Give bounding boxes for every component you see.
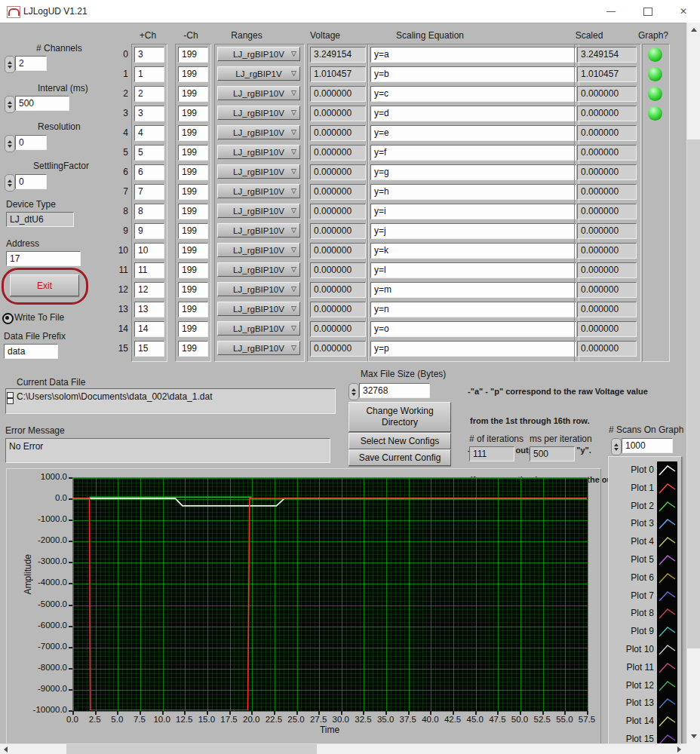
neg-ch-input[interactable]: 199 bbox=[178, 223, 208, 239]
max-file-size-stepper[interactable] bbox=[348, 383, 359, 400]
scroll-up-icon[interactable] bbox=[691, 28, 697, 32]
graph-led[interactable] bbox=[648, 244, 662, 258]
neg-ch-input[interactable]: 199 bbox=[178, 125, 208, 141]
max-file-size-input[interactable]: 32768 bbox=[359, 383, 430, 398]
interval-stepper[interactable] bbox=[5, 96, 15, 113]
maximize-button[interactable] bbox=[631, 0, 665, 23]
legend-swatch[interactable] bbox=[657, 623, 677, 641]
range-dropdown[interactable]: LJ_rgBIP10V▽ bbox=[217, 341, 300, 355]
legend-swatch[interactable] bbox=[657, 515, 677, 533]
graph-led[interactable] bbox=[648, 165, 662, 179]
neg-ch-input[interactable]: 199 bbox=[178, 66, 208, 82]
graph-led[interactable] bbox=[648, 185, 662, 199]
legend-label[interactable]: Plot 9 bbox=[610, 626, 654, 636]
plot-legend[interactable]: Plot 0Plot 1Plot 2Plot 3Plot 4Plot 5Plot… bbox=[608, 456, 682, 750]
range-dropdown[interactable]: LJ_rgBIP10V▽ bbox=[217, 262, 300, 277]
legend-swatch[interactable] bbox=[657, 480, 677, 498]
legend-label[interactable]: Plot 13 bbox=[610, 697, 654, 708]
range-dropdown[interactable]: LJ_rgBIP10V▽ bbox=[217, 223, 300, 238]
scaling-equation-input[interactable]: y=l bbox=[370, 262, 576, 278]
legend-swatch[interactable] bbox=[657, 533, 677, 551]
pos-ch-input[interactable]: 9 bbox=[134, 223, 164, 239]
range-dropdown[interactable]: LJ_rgBIP10V▽ bbox=[217, 106, 300, 120]
legend-label[interactable]: Plot 12 bbox=[610, 680, 654, 691]
range-dropdown[interactable]: LJ_rgBIP10V▽ bbox=[217, 184, 300, 198]
range-dropdown[interactable]: LJ_rgBIP10V▽ bbox=[217, 282, 300, 296]
neg-ch-input[interactable]: 199 bbox=[178, 184, 208, 200]
pos-ch-input[interactable]: 13 bbox=[134, 302, 164, 317]
range-dropdown[interactable]: LJ_rgBIP10V▽ bbox=[217, 302, 300, 316]
range-dropdown[interactable]: LJ_rgBIP10V▽ bbox=[217, 145, 300, 159]
pos-ch-input[interactable]: 3 bbox=[134, 47, 164, 63]
scans-on-graph-input[interactable]: 1000 bbox=[622, 438, 673, 453]
scaling-equation-input[interactable]: y=n bbox=[370, 302, 576, 317]
change-working-directory-button[interactable]: Change Working Directory bbox=[348, 402, 451, 432]
legend-label[interactable]: Plot 14 bbox=[610, 716, 654, 726]
scaling-equation-input[interactable]: y=p bbox=[370, 341, 576, 357]
graph-led[interactable] bbox=[648, 126, 662, 140]
range-dropdown[interactable]: LJ_rgBIP10V▽ bbox=[217, 164, 300, 179]
legend-swatch[interactable] bbox=[657, 461, 677, 480]
legend-swatch[interactable] bbox=[657, 605, 677, 623]
pos-ch-input[interactable]: 5 bbox=[134, 145, 164, 161]
resolution-stepper[interactable] bbox=[5, 135, 15, 152]
legend-label[interactable]: Plot 1 bbox=[610, 483, 654, 493]
legend-label[interactable]: Plot 8 bbox=[610, 608, 654, 618]
minimize-button[interactable]: — bbox=[594, 0, 628, 23]
legend-label[interactable]: Plot 3 bbox=[610, 518, 654, 529]
neg-ch-input[interactable]: 199 bbox=[178, 262, 208, 278]
neg-ch-input[interactable]: 199 bbox=[178, 204, 208, 219]
pos-ch-input[interactable]: 3 bbox=[134, 106, 164, 121]
neg-ch-input[interactable]: 199 bbox=[178, 164, 208, 180]
scaling-equation-input[interactable]: y=m bbox=[370, 282, 576, 298]
scaling-equation-input[interactable]: y=i bbox=[370, 204, 576, 219]
range-dropdown[interactable]: LJ_rgBIP10V▽ bbox=[217, 125, 300, 139]
legend-swatch[interactable] bbox=[657, 551, 677, 569]
range-dropdown[interactable]: LJ_rgBIP10V▽ bbox=[217, 204, 300, 218]
scaling-equation-input[interactable]: y=a bbox=[370, 47, 576, 63]
range-dropdown[interactable]: LJ_rgBIP10V▽ bbox=[217, 86, 300, 100]
graph-led[interactable] bbox=[648, 224, 662, 238]
scroll-down-icon[interactable] bbox=[691, 734, 697, 738]
scaling-equation-input[interactable]: y=h bbox=[370, 184, 576, 200]
legend-swatch[interactable] bbox=[657, 677, 677, 695]
legend-swatch[interactable] bbox=[657, 498, 677, 516]
neg-ch-input[interactable]: 199 bbox=[178, 302, 208, 317]
range-dropdown[interactable]: LJ_rgBIP10V▽ bbox=[217, 243, 300, 257]
scaling-equation-input[interactable]: y=g bbox=[370, 164, 576, 180]
legend-swatch[interactable] bbox=[657, 587, 677, 605]
pos-ch-input[interactable]: 6 bbox=[134, 164, 164, 180]
graph-led[interactable] bbox=[648, 342, 662, 356]
channels-input[interactable]: 2 bbox=[15, 56, 47, 71]
graph-led[interactable] bbox=[648, 322, 662, 336]
pos-ch-input[interactable]: 1 bbox=[134, 66, 164, 82]
settling-input[interactable]: 0 bbox=[15, 174, 47, 189]
graph-led[interactable] bbox=[648, 67, 662, 81]
scaling-equation-input[interactable]: y=b bbox=[370, 66, 576, 82]
scroll-right-icon[interactable] bbox=[677, 746, 681, 752]
resolution-input[interactable]: 0 bbox=[15, 135, 47, 150]
address-input[interactable]: 17 bbox=[6, 251, 81, 266]
legend-label[interactable]: Plot 10 bbox=[610, 644, 654, 654]
graph-led[interactable] bbox=[648, 87, 662, 101]
graph-led[interactable] bbox=[648, 48, 662, 62]
legend-label[interactable]: Plot 7 bbox=[610, 590, 654, 601]
graph-led[interactable] bbox=[648, 204, 662, 219]
scaling-equation-input[interactable]: y=e bbox=[370, 125, 576, 141]
neg-ch-input[interactable]: 199 bbox=[178, 321, 208, 337]
legend-label[interactable]: Plot 11 bbox=[610, 662, 654, 673]
scaling-equation-input[interactable]: y=o bbox=[370, 321, 576, 337]
legend-swatch[interactable] bbox=[657, 713, 677, 731]
neg-ch-input[interactable]: 199 bbox=[178, 145, 208, 161]
pos-ch-input[interactable]: 11 bbox=[134, 262, 164, 278]
channels-stepper[interactable] bbox=[5, 56, 15, 73]
scaling-equation-input[interactable]: y=c bbox=[370, 86, 576, 102]
neg-ch-input[interactable]: 199 bbox=[178, 86, 208, 102]
vertical-scrollbar-thumb[interactable] bbox=[687, 139, 700, 648]
interval-input[interactable]: 500 bbox=[15, 96, 69, 111]
legend-label[interactable]: Plot 5 bbox=[610, 554, 654, 565]
range-dropdown[interactable]: LJ_rgBIP10V▽ bbox=[217, 321, 300, 336]
legend-swatch[interactable] bbox=[657, 569, 677, 587]
horizontal-scrollbar-thumb[interactable] bbox=[66, 744, 317, 754]
save-current-config-button[interactable]: Save Current Config bbox=[348, 449, 451, 466]
